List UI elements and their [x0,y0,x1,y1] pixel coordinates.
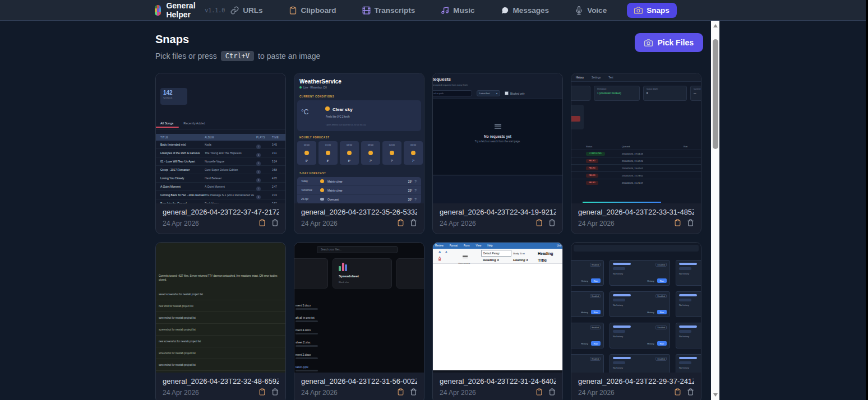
clipboard-icon [674,388,681,396]
mini-stat-label: Current b [694,88,701,90]
snap-thumbnail[interactable]: WeatherService Live · Winterthur, CH CUR… [294,73,424,203]
mini-service-tag [679,267,691,270]
mini-menu-bar: Review Format Form View Help [433,243,562,249]
nav-item-voice[interactable]: Voice [569,3,612,17]
pick-files-button[interactable]: Pick Files [635,33,703,52]
clipboard-icon [397,388,404,396]
mini-tab: Recently Added [183,122,205,125]
delete-snap-button[interactable] [410,388,417,397]
scroll-up-arrow-icon[interactable] [713,24,718,27]
mini-file-row: ment 3.docx [294,302,424,314]
mini-header: Requests Intercepted requests from every… [433,73,562,99]
app-version: v1.1.0 [205,7,225,13]
brand-group: General Helper v1.1.0 [155,1,225,19]
scroll-down-arrow-icon[interactable] [713,393,718,397]
mini-progress-line [583,202,661,203]
mini-album: Cure Super Deluxe Edition [205,168,256,171]
mini-style: Title [536,257,560,263]
mini-time: 3:45 [272,143,285,146]
copy-snap-button[interactable] [397,388,404,397]
mini-service-tag [613,299,625,301]
app-logo-icon [155,5,161,16]
delete-snap-button[interactable] [548,219,556,228]
trash-icon [687,388,694,396]
snap-footer: general_2026-04-23T22-32-48-659Z.png 24 … [156,373,285,400]
mini-stat-label: SONGS [163,97,184,100]
clipboard-icon [397,219,404,226]
mini-cond: Overcast [327,198,408,201]
nav-item-urls[interactable]: URLs [225,3,268,17]
copy-snap-button[interactable] [258,219,266,228]
mini-app-card [294,258,328,289]
mini-temp-unit: °C [301,108,308,116]
mini-stat-value: 0 [647,92,684,95]
delete-snap-button[interactable] [687,388,694,397]
mini-forecast-row: Tomorrow Mainly clear 23° 7° [297,186,421,195]
snap-thumbnail[interactable]: History Settings Test Immediate 1 (shutd… [571,73,701,203]
mini-window-title: Unti [557,244,561,247]
mini-hour-time: 04:00 [389,143,395,146]
mini-section-label: 7-DAY FORECAST [299,172,326,175]
mini-history-link: History [581,311,588,314]
mini-table-header: Status Queued Run [571,145,701,148]
mini-file-meta [296,357,318,359]
snap-thumbnail[interactable]: 142 SONGS All Songs Recently Added TITLE… [156,73,285,203]
mini-album: The Young and The Hopeless [205,151,256,155]
mini-no-history: No history [571,304,601,306]
mini-no-history: No history [571,335,601,338]
mini-hour-temp: 7° [412,160,414,162]
mini-file-row: sheet 2.xlsx [294,339,424,351]
mini-app-card: Spreadsheet Blank xlsx [333,258,392,289]
mini-divider [156,129,285,129]
mini-file-name: aft all in one.txt [296,316,424,319]
trash-icon [410,219,417,226]
delete-snap-button[interactable] [271,388,279,397]
copy-snap-button[interactable] [258,388,266,397]
copy-snap-button[interactable] [535,388,543,397]
mini-stat-value: — [694,92,701,95]
mini-service-tag [679,299,691,301]
vertical-scrollbar[interactable] [711,21,719,400]
snap-card: Commits tossed +627 files. Server return… [155,242,286,400]
mini-table: Body (extended mix) Koda 1 3:45 Lifestyl… [156,141,285,203]
mini-history-link: History [647,280,654,282]
mini-table-row: FAILED 23/04/2026, 15:23:02 [571,171,701,179]
delete-snap-button[interactable] [410,219,417,228]
mini-table: COMPLETED 23/04/2026, 19:04:43 FAILED 23… [571,150,701,186]
nav-item-transcripts[interactable]: Transcripts [357,3,421,17]
nav-label: Transcripts [375,6,415,15]
mini-song-title: Coming Back To Her - 2011 Remaster [156,193,205,197]
mini-cond: Mainly clear [327,180,408,183]
scrollbar-thumb[interactable] [713,39,718,149]
delete-snap-button[interactable] [687,219,694,228]
nav-item-snaps[interactable]: Snaps [627,3,677,18]
copy-snap-button[interactable] [674,219,681,228]
pick-files-label: Pick Files [657,38,694,47]
snap-thumbnail[interactable]: Requests Intercepted requests from every… [433,73,562,203]
mini-status-pill: FAILED [586,174,598,178]
copy-snap-button[interactable] [674,388,681,397]
nav-item-clipboard[interactable]: Clipboard [283,3,342,17]
mini-log-row: screenshot for newtab project list [156,324,285,336]
mini-service-title [613,263,631,265]
mini-tab: Settings [592,76,601,79]
mini-file-name: ment 2.docx [296,353,424,356]
nav-item-music[interactable]: Music [435,3,480,17]
sun-icon [304,151,309,155]
snaps-grid: 142 SONGS All Songs Recently Added TITLE… [155,73,703,400]
delete-snap-button[interactable] [271,219,279,228]
mini-app-subtitle: Intercepted requests from every fetch [433,83,468,86]
snap-thumbnail[interactable]: Enabled No history History Run [571,243,701,373]
mini-run-button: Run [657,310,667,314]
mini-plays: 1 [256,198,272,203]
mini-hour-time: 01:00 [325,143,331,146]
copy-snap-button[interactable] [397,219,404,228]
snap-footer: general_2026-04-23T22-31-24-640Z.png 24 … [433,373,562,400]
copy-snap-button[interactable] [535,219,543,228]
snap-thumbnail[interactable]: Review Format Form View Help Unti A A A … [433,243,562,373]
mini-col: TIME [272,136,285,139]
delete-snap-button[interactable] [548,388,556,397]
nav-item-messages[interactable]: Messages [495,3,555,17]
snap-thumbnail[interactable]: Search your files... Spreadsheet Blank x… [294,243,424,373]
snap-thumbnail[interactable]: Commits tossed +627 files. Server return… [156,243,285,373]
